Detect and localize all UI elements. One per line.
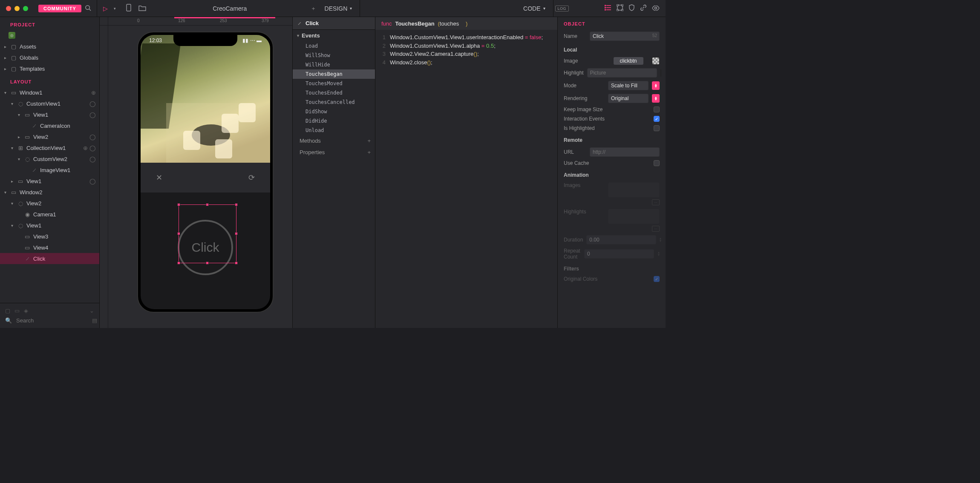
tree-item-imageview1[interactable]: ⟋ ImageView1 [0,164,99,175]
name-input[interactable] [590,32,660,41]
repeat-input[interactable] [584,249,654,259]
methods-group-header[interactable]: Methods + [293,135,375,147]
disclosure-icon[interactable]: ▾ [9,101,14,106]
tree-item-cameraicon[interactable]: ⟋ CameraIcon [0,120,99,131]
events-group-header[interactable]: ▾ Events [293,30,375,41]
tree-item-view1[interactable]: ▾ ▭ View1 ◯ [0,109,99,120]
highlights-well[interactable] [608,209,660,224]
disclosure-icon[interactable]: ▾ [9,223,14,228]
tree-item-window2[interactable]: ▾ ▭ Window2 [0,187,99,198]
disclosure-icon[interactable]: ▸ [3,55,8,60]
mode-dropdown[interactable]: Scale to Fill [608,81,649,90]
event-item-unload[interactable]: Unload [293,126,375,135]
event-item-touchesended[interactable]: TouchesEnded [293,88,375,98]
search-icon[interactable] [84,5,92,12]
cube-icon[interactable]: ◈ [24,308,28,314]
chevron-down-icon[interactable]: ⌄ [89,308,94,314]
disclosure-icon[interactable]: ▾ [9,146,14,150]
tree-item-assets[interactable]: ▸ ▢ Assets [0,41,99,52]
code-mode-dropdown[interactable]: CODE ▾ [523,5,545,12]
refresh-icon[interactable]: ⟳ [248,173,255,182]
tree-item-customview1[interactable]: ▾ ◌ CustomView1 ◯ [0,98,99,109]
list-view-icon[interactable] [605,5,611,12]
panel-icon[interactable]: ▭ [14,308,20,314]
disclosure-icon[interactable]: ▸ [3,44,8,49]
url-input[interactable] [590,147,660,157]
tree-item-camera1[interactable]: ◉ Camera1 [0,209,99,220]
more-icon[interactable]: ◯ [88,112,96,118]
code-editor[interactable]: 1Window1.CustomView1.View1.userInteracti… [375,30,557,70]
disclosure-icon[interactable]: ▸ [9,179,14,184]
more-icon[interactable]: ◯ [88,101,96,107]
images-well[interactable] [608,182,660,198]
stepper-icon[interactable]: ▴▾ [660,237,661,242]
edit-icon[interactable]: ⋯ [652,199,660,205]
disclosure-icon[interactable]: ▾ [16,157,21,161]
duration-input[interactable] [586,235,656,244]
dropdown-caret-icon[interactable]: ▴▾ [652,94,660,103]
shield-icon[interactable] [628,4,635,13]
event-item-willhide[interactable]: WillHide [293,60,375,69]
cache-checkbox[interactable] [654,160,660,166]
disclosure-icon[interactable]: ▸ [3,66,8,71]
event-item-didhide[interactable]: DidHide [293,116,375,126]
tree-item-view2[interactable]: ▸ ▭ View2 ◯ [0,131,99,142]
tree-item-window1[interactable]: ▾ ▭ Window1 ⊕ [0,87,99,98]
folder-icon[interactable] [138,5,147,12]
add-icon[interactable]: + [367,149,371,155]
origcolors-checkbox[interactable]: ✓ [654,276,660,282]
eye-icon[interactable] [652,5,660,12]
stepper-icon[interactable]: ▴▾ [657,251,660,256]
event-item-touchesmoved[interactable]: TouchesMoved [293,79,375,88]
tree-item-globals[interactable]: ▸ ▢ Globals [0,52,99,63]
link-icon[interactable] [640,4,647,13]
tree-item-click[interactable]: ⟋ Click [0,253,99,264]
tree-item-view1c[interactable]: ▾ ◌ View1 [0,220,99,231]
community-button[interactable]: COMMUNITY [38,5,81,12]
tree-item-view3[interactable]: ▭ View3 [0,231,99,242]
tree-item-app[interactable]: ◎ [0,30,99,41]
add-tab-icon[interactable]: ＋ [311,5,316,12]
event-item-willshow[interactable]: WillShow [293,51,375,60]
zoom-window-icon[interactable] [23,6,28,11]
log-badge[interactable]: LOG [555,6,569,12]
more-icon[interactable]: ◯ [88,156,96,162]
chevron-down-small-icon[interactable]: ▾ [111,6,119,11]
tree-item-view1b[interactable]: ▸ ▭ View1 ◯ [0,175,99,187]
disclosure-icon[interactable]: ▾ [3,90,8,95]
close-window-icon[interactable] [6,6,11,11]
dropdown-caret-icon[interactable]: ▴▾ [652,81,660,90]
properties-group-header[interactable]: Properties + [293,147,375,158]
bounds-icon[interactable] [617,4,623,13]
device-icon[interactable] [124,4,133,13]
add-icon[interactable]: ⊕ [81,145,88,151]
close-icon[interactable]: ✕ [156,173,162,182]
more-icon[interactable]: ◯ [88,178,96,184]
filter-icon[interactable]: ▤ [92,317,97,324]
canvas-area[interactable]: 12:03 ▮▮ ⋯ ▬ ✕ ⟳ [108,26,292,328]
tree-item-templates[interactable]: ▸ ▢ Templates [0,63,99,74]
interaction-checkbox[interactable]: ✓ [654,116,660,122]
ishighlighted-checkbox[interactable] [654,125,660,131]
highlight-swatch[interactable] [660,69,661,77]
disclosure-icon[interactable]: ▾ [3,190,8,195]
design-mode-dropdown[interactable]: DESIGN ▾ [325,5,352,12]
tree-item-view4[interactable]: ▭ View4 [0,242,99,253]
disclosure-icon[interactable]: ▾ [16,112,21,117]
click-button[interactable]: Click [178,220,233,275]
disclosure-icon[interactable]: ▸ [16,135,21,139]
event-item-load[interactable]: Load [293,41,375,51]
image-chip[interactable]: clickbtn [614,57,643,65]
keepsize-checkbox[interactable] [654,106,660,112]
edit-icon[interactable]: ⋯ [652,226,660,232]
panel-icon[interactable]: ▢ [5,308,10,314]
disclosure-icon[interactable]: ▾ [9,201,14,206]
add-icon[interactable]: ⊕ [89,89,96,96]
image-swatch[interactable] [652,57,660,65]
event-item-touchesbegan[interactable]: TouchesBegan [293,69,375,79]
tree-item-collectionview1[interactable]: ▾ ⊞ CollectionView1 ⊕ ◯ [0,142,99,153]
tree-item-customview2[interactable]: ▾ ◌ CustomView2 ◯ [0,153,99,164]
event-item-touchescancelled[interactable]: TouchesCancelled [293,98,375,107]
event-item-didshow[interactable]: DidShow [293,107,375,116]
more-icon[interactable]: ◯ [88,145,96,151]
